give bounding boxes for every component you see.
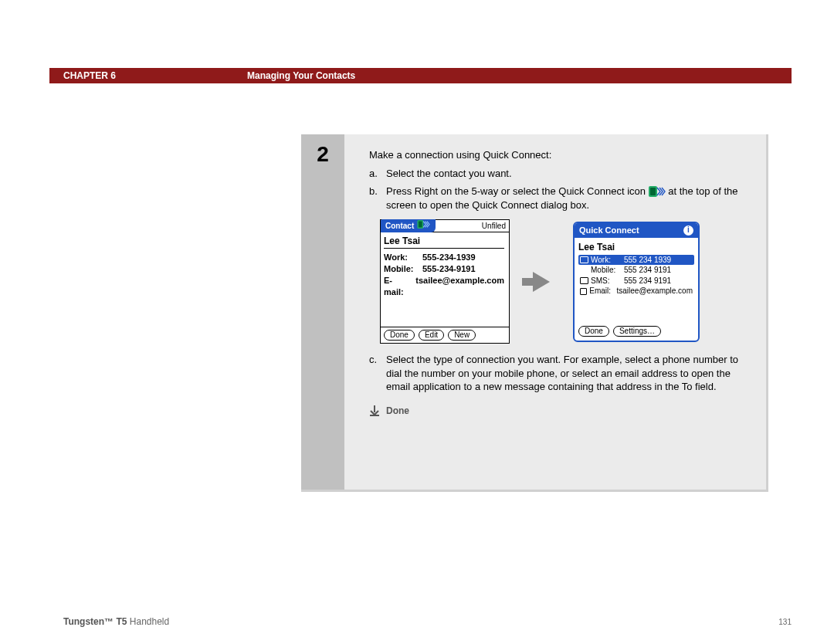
svg-rect-1 xyxy=(650,188,656,195)
contact-row-mobile: Mobile: 555-234-9191 xyxy=(384,263,504,275)
contact-screen: Contact Unfiled Lee Tsai Work: 555-234-1… xyxy=(380,219,510,344)
contact-row-email: E-mail: tsailee@example.com xyxy=(384,275,504,298)
qc-option-email-label: Email: xyxy=(589,286,614,297)
contact-row-work: Work: 555-234-1939 xyxy=(384,252,504,263)
contact-footer: Done Edit New xyxy=(381,327,509,343)
substep-a-text: Select the contact you want. xyxy=(386,167,754,181)
step-body: Make a connection using Quick Connect: a… xyxy=(369,148,754,417)
quickconnect-title: Quick Connect xyxy=(579,225,639,236)
quickconnect-titlebar: Quick Connect i xyxy=(575,223,698,238)
product-name-rest: Handheld xyxy=(127,616,169,627)
screenshot-row: Contact Unfiled Lee Tsai Work: 555-234-1… xyxy=(380,219,754,344)
svg-rect-3 xyxy=(419,222,422,228)
phone-icon xyxy=(580,256,588,263)
done-label: Done xyxy=(386,405,409,417)
contact-edit-button[interactable]: Edit xyxy=(419,330,444,341)
contact-body: Lee Tsai Work: 555-234-1939 Mobile: 555-… xyxy=(381,232,509,327)
contact-new-button[interactable]: New xyxy=(448,330,476,341)
sms-icon xyxy=(580,277,588,284)
substep-b-bullet: b. xyxy=(369,185,386,212)
quick-connect-icon[interactable] xyxy=(417,220,431,232)
contact-titlebar: Contact Unfiled xyxy=(381,220,509,232)
quickconnect-body: Lee Tsai Work: 555 234 1939 Mobile: 555 … xyxy=(575,238,698,323)
step-panel: 2 Make a connection using Quick Connect:… xyxy=(301,134,768,492)
qc-option-mobile-label: Mobile: xyxy=(591,265,622,276)
qc-option-email-value: tsailee@example.com xyxy=(616,286,693,297)
contact-category[interactable]: Unfiled xyxy=(482,221,506,232)
step-number: 2 xyxy=(301,142,344,167)
qc-option-work[interactable]: Work: 555 234 1939 xyxy=(578,255,694,266)
substep-c-bullet: c. xyxy=(369,353,386,394)
contact-row-mobile-value: 555-234-9191 xyxy=(422,263,476,275)
contact-row-email-label: E-mail: xyxy=(384,275,411,298)
qc-option-email[interactable]: Email: tsailee@example.com xyxy=(578,286,694,297)
substep-c-text: Select the type of connection you want. … xyxy=(386,353,754,394)
chapter-title: Managing Your Contacts xyxy=(247,70,355,81)
qc-done-button[interactable]: Done xyxy=(578,326,609,337)
contact-row-work-label: Work: xyxy=(384,252,418,263)
qc-option-mobile[interactable]: Mobile: 555 234 9191 xyxy=(578,265,694,276)
page-footer: Tungsten™ T5 Handheld 131 xyxy=(63,616,792,627)
mail-icon xyxy=(580,288,587,295)
qc-settings-button[interactable]: Settings… xyxy=(613,326,661,337)
qc-option-sms-label: SMS: xyxy=(591,276,622,286)
contact-done-button[interactable]: Done xyxy=(384,330,415,341)
contact-app-label: Contact xyxy=(385,221,414,232)
page-header: CHAPTER 6 Managing Your Contacts xyxy=(49,68,792,83)
arrow-right-icon xyxy=(533,272,550,292)
substep-c: c. Select the type of connection you wan… xyxy=(369,353,754,394)
substep-list: a. Select the contact you want. b. Press… xyxy=(369,167,754,212)
contact-name: Lee Tsai xyxy=(384,235,504,249)
product-name: Tungsten™ T5 Handheld xyxy=(63,616,169,627)
quickconnect-screen: Quick Connect i Lee Tsai Work: 555 234 1… xyxy=(573,222,700,342)
substep-b-text: Press Right on the 5-way or select the Q… xyxy=(386,185,754,212)
step-number-column: 2 xyxy=(301,134,344,490)
page-number: 131 xyxy=(778,618,792,626)
qc-option-sms[interactable]: SMS: 555 234 9191 xyxy=(578,276,694,286)
contact-app-label-chip: Contact xyxy=(381,219,436,232)
quick-connect-icon xyxy=(649,186,666,197)
contact-row-work-value: 555-234-1939 xyxy=(422,252,476,263)
substep-a: a. Select the contact you want. xyxy=(369,167,754,181)
contact-row-mobile-label: Mobile: xyxy=(384,263,418,275)
quickconnect-name: Lee Tsai xyxy=(578,241,694,253)
product-name-bold: Tungsten™ T5 xyxy=(63,616,127,627)
info-icon[interactable]: i xyxy=(683,225,693,236)
done-indicator: Done xyxy=(369,405,754,417)
qc-option-sms-value: 555 234 9191 xyxy=(624,276,671,286)
substep-b: b. Press Right on the 5-way or select th… xyxy=(369,185,754,212)
step-intro: Make a connection using Quick Connect: xyxy=(369,148,754,162)
substep-b-text-before: Press Right on the 5-way or select the Q… xyxy=(386,185,649,197)
arrow-down-icon xyxy=(369,405,380,416)
qc-option-mobile-value: 555 234 9191 xyxy=(624,265,671,276)
chapter-label: CHAPTER 6 xyxy=(63,70,116,81)
qc-option-work-label: Work: xyxy=(591,255,622,266)
quickconnect-footer: Done Settings… xyxy=(575,323,698,341)
contact-row-email-value: tsailee@example.com xyxy=(415,275,504,298)
substep-a-bullet: a. xyxy=(369,167,386,181)
qc-option-work-value: 555 234 1939 xyxy=(624,255,671,266)
